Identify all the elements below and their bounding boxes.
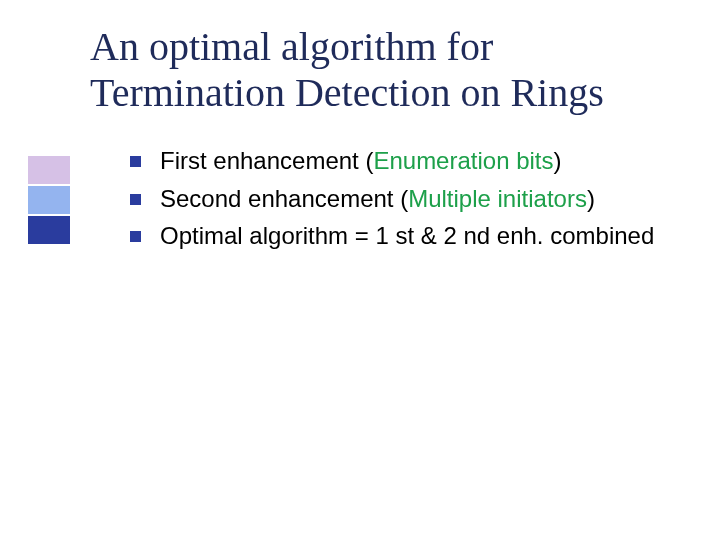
bullet-text-suffix: ) [554, 147, 562, 174]
bullet-text-prefix: First enhancement ( [160, 147, 373, 174]
accent-stripe-1 [28, 156, 70, 184]
accent-stripe-3 [28, 216, 70, 244]
bullet-text-highlight: Multiple initiators [408, 185, 587, 212]
list-item: First enhancement (Enumeration bits) [130, 144, 672, 178]
bullet-text-suffix: ) [587, 185, 595, 212]
slide-title: An optimal algorithm for Termination Det… [90, 24, 672, 116]
bullet-text-prefix: Optimal algorithm = 1 st & 2 nd enh. com… [160, 222, 654, 249]
bullet-text-prefix: Second enhancement ( [160, 185, 408, 212]
accent-stripe-2 [28, 186, 70, 214]
bullet-list: First enhancement (Enumeration bits) Sec… [130, 144, 672, 253]
list-item: Optimal algorithm = 1 st & 2 nd enh. com… [130, 219, 672, 253]
slide: An optimal algorithm for Termination Det… [0, 0, 720, 540]
bullet-text-highlight: Enumeration bits [373, 147, 553, 174]
list-item: Second enhancement (Multiple initiators) [130, 182, 672, 216]
